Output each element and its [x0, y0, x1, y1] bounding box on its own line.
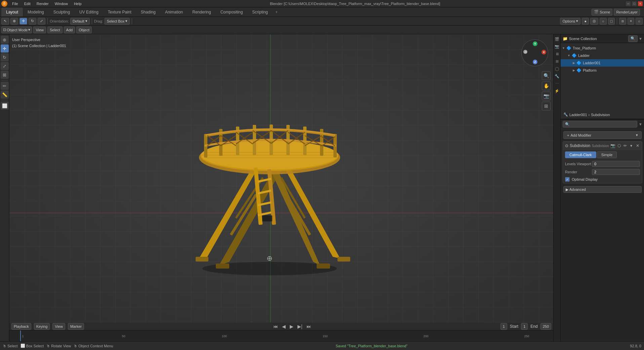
add-modifier-button[interactable]: + Add Modifier ▾: [563, 131, 642, 139]
transform-tool[interactable]: ⊠: [1, 71, 9, 79]
advanced-toggle[interactable]: ▶ Advanced: [563, 186, 642, 193]
catmull-clark-tab[interactable]: Catmull-Clark: [565, 151, 596, 158]
jump-end-btn[interactable]: ⏭: [305, 323, 313, 330]
close-button[interactable]: ✕: [638, 1, 643, 6]
move-tool-btn[interactable]: ✛: [19, 18, 27, 25]
next-frame-btn[interactable]: ▶|: [296, 323, 304, 330]
measure-tool[interactable]: 📏: [1, 91, 9, 99]
orientation-selector[interactable]: Default ▾: [70, 18, 90, 25]
ruler-mark-100: 100: [222, 335, 227, 338]
marker-menu[interactable]: Marker: [68, 323, 84, 330]
orthographic-btn[interactable]: ⊞: [542, 102, 551, 110]
proportional-edit[interactable]: ○: [636, 18, 643, 25]
drag-selector[interactable]: Select Box ▾: [105, 18, 130, 25]
modifier-enable-icon[interactable]: ⊙: [565, 143, 568, 148]
active-tool-icon[interactable]: ↖: [1, 18, 9, 25]
tab-sculpting[interactable]: Sculpting: [49, 7, 75, 16]
optimal-display-label: Optimal Display: [572, 177, 598, 181]
modifier-close-icon[interactable]: ✕: [635, 142, 640, 149]
menu-file[interactable]: File: [9, 1, 21, 6]
options-button[interactable]: Options ▾: [560, 18, 580, 25]
status-rotate: 🖱 Rotate View: [46, 344, 71, 348]
annotate-tool[interactable]: ✏: [1, 82, 9, 90]
tab-uv-editing[interactable]: UV Editing: [75, 7, 103, 16]
menu-window[interactable]: Window: [52, 1, 71, 6]
menu-edit[interactable]: Edit: [22, 1, 33, 6]
tree-item-platform[interactable]: ▶ 🔷 Platform: [561, 67, 644, 74]
timeline-ruler[interactable]: 1 50 100 150 200 250: [9, 330, 553, 341]
view-menu[interactable]: View: [33, 27, 46, 33]
prop-scene-icon[interactable]: 🎬: [554, 36, 560, 42]
current-frame-input[interactable]: 1: [500, 323, 507, 330]
cursor-tool-btn[interactable]: ⊕: [10, 18, 18, 25]
tab-layout[interactable]: Layout: [1, 7, 23, 16]
viewport-3d[interactable]: User Perspective (1) Scene Collection | …: [9, 34, 553, 322]
add-cube-tool[interactable]: ⬜: [1, 102, 9, 110]
simple-tab[interactable]: Simple: [597, 151, 617, 158]
render-value[interactable]: 2: [592, 169, 640, 175]
snapping-button[interactable]: ⌖: [628, 18, 634, 25]
props-filter-icon[interactable]: ▼: [639, 122, 642, 126]
navigation-gizmo[interactable]: Y X -X Z: [520, 38, 550, 68]
levels-viewport-value[interactable]: 0: [592, 161, 640, 167]
filter-icon[interactable]: ▼: [639, 37, 642, 41]
playback-menu[interactable]: Playback: [11, 323, 31, 330]
modifier-expand-icon[interactable]: ▾: [629, 142, 634, 149]
cursor-tool[interactable]: ⊕: [1, 36, 9, 44]
scene-selector[interactable]: 🎬 Scene: [592, 9, 612, 15]
rotate-tool-btn[interactable]: ↻: [29, 18, 36, 25]
tab-modeling[interactable]: Modeling: [23, 7, 49, 16]
scale-tool-btn[interactable]: ⤢: [38, 18, 45, 25]
select-menu[interactable]: Select: [47, 27, 63, 33]
prev-frame-btn[interactable]: ◀: [281, 323, 287, 330]
viewport-shading-material[interactable]: ◎: [590, 18, 598, 25]
object-menu[interactable]: Object: [76, 27, 92, 33]
xray-toggle[interactable]: ⧈: [619, 18, 626, 25]
add-workspace-button[interactable]: +: [273, 8, 280, 16]
prop-view-layer-icon[interactable]: ⊞: [554, 58, 560, 65]
keying-menu[interactable]: Keying: [34, 323, 50, 330]
viewport-shading-wire[interactable]: □: [608, 18, 615, 25]
tree-item-tree-platform[interactable]: ▼ 🔷 Tree_Platform: [561, 44, 644, 52]
modifier-render-icon[interactable]: ⬡: [617, 142, 621, 149]
play-btn[interactable]: ▶: [288, 323, 295, 330]
timeline-view-menu[interactable]: View: [52, 323, 65, 330]
start-frame-input[interactable]: 1: [521, 323, 528, 330]
prop-modifier-icon[interactable]: 🔧: [554, 73, 560, 79]
tab-shading[interactable]: Shading: [136, 7, 160, 16]
tab-compositing[interactable]: Compositing: [216, 7, 248, 16]
tab-rendering[interactable]: Rendering: [188, 7, 215, 16]
zoom-to-fit-btn[interactable]: 🔍: [542, 71, 551, 80]
menu-render[interactable]: Render: [34, 1, 51, 6]
scale-tool[interactable]: ⤢: [1, 62, 9, 70]
prop-render-icon[interactable]: 📷: [554, 43, 560, 50]
props-search[interactable]: 🔍: [563, 121, 637, 128]
render-layer-selector[interactable]: RenderLayer: [614, 9, 640, 15]
modifier-camera-icon[interactable]: 📷: [610, 142, 615, 149]
tab-texture-paint[interactable]: Texture Paint: [103, 7, 136, 16]
camera-view-btn[interactable]: 📷: [542, 92, 551, 100]
end-frame-input[interactable]: 250: [540, 323, 551, 330]
outliner-search[interactable]: 🔍: [628, 35, 638, 42]
minimize-button[interactable]: ─: [626, 1, 631, 6]
menu-help[interactable]: Help: [71, 1, 84, 6]
move-tool[interactable]: ✛: [1, 44, 9, 53]
prop-object-icon[interactable]: ◯: [554, 65, 560, 72]
add-menu[interactable]: Add: [64, 27, 75, 33]
tab-scripting[interactable]: Scripting: [247, 7, 273, 16]
optimal-display-checkbox[interactable]: ✓: [565, 177, 570, 182]
tree-item-ladder[interactable]: ▼ 🔷 Ladder: [561, 52, 644, 59]
maximize-button[interactable]: □: [632, 1, 637, 6]
viewport-shading-solid[interactable]: ●: [582, 18, 589, 25]
viewport-shading-rendered[interactable]: ○: [600, 18, 607, 25]
tab-animation[interactable]: Animation: [160, 7, 188, 16]
modifier-edit-icon[interactable]: ✏: [623, 142, 628, 149]
prop-output-icon[interactable]: 🖥: [554, 50, 560, 57]
tree-item-ladder001[interactable]: ▶ 🔷 Ladder001: [561, 59, 644, 67]
rotate-tool[interactable]: ↻: [1, 53, 9, 61]
jump-start-btn[interactable]: ⏮: [272, 323, 279, 330]
hand-navigate-btn[interactable]: ✋: [542, 81, 551, 90]
prop-particles-icon[interactable]: ⋯: [554, 80, 560, 87]
prop-physics-icon[interactable]: ⚡: [554, 88, 560, 94]
mode-selector[interactable]: ⊡ Object Mode ▾: [1, 27, 32, 33]
